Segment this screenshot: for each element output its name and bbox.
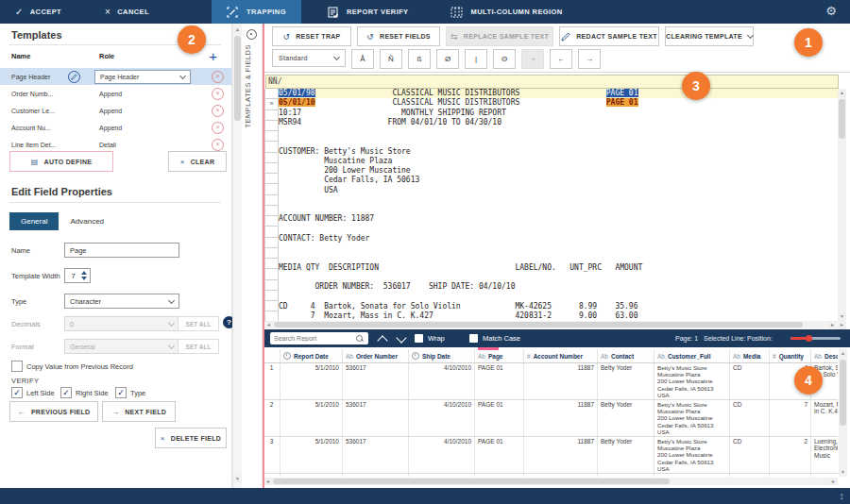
report-line[interactable]: 05/01/98 CLASSICAL MUSIC DISTRIBUTORS PA… (279, 89, 838, 98)
grid-col-header-description[interactable]: AbDescripti (811, 349, 838, 362)
special-char-button-0[interactable]: Å (351, 49, 374, 69)
grid-col-header-ship_date[interactable]: Ship Date (409, 349, 475, 362)
search-prev-icon[interactable] (377, 335, 387, 345)
report-line[interactable] (279, 244, 838, 253)
panel-resize-icon[interactable]: ↕ (840, 490, 845, 501)
remove-template-icon[interactable]: × (212, 71, 224, 83)
copy-value-checkbox[interactable]: Copy Value from Previous Record (11, 361, 133, 372)
report-line[interactable]: CONTACT: Betty Yoder (279, 234, 838, 244)
wrap-checkbox[interactable]: Wrap (415, 334, 445, 343)
slider-thumb-icon[interactable] (806, 335, 812, 342)
report-line[interactable] (279, 225, 838, 234)
role-select[interactable]: Page Header (94, 70, 191, 84)
grid-col-header-contact[interactable]: AbContact (598, 349, 654, 362)
verify-left-side-checkbox[interactable]: ✓ Left Side (11, 387, 55, 398)
clearing-template-dropdown[interactable]: CLEARING TEMPLATE (665, 26, 754, 46)
grid-col-header-report_date[interactable]: Report Date (280, 349, 343, 362)
clear-button[interactable]: × CLEAR (168, 151, 227, 172)
tab-general[interactable]: General (9, 212, 59, 230)
report-line[interactable] (279, 137, 838, 146)
grid-row[interactable]: 35/1/20105360174/10/2010PAGE 0111887Bett… (264, 437, 838, 474)
cancel-button[interactable]: × CANCEL (92, 0, 162, 24)
report-line[interactable] (279, 273, 838, 282)
scrollbar-thumb[interactable] (234, 36, 241, 121)
stepper-arrows-icon[interactable] (81, 271, 87, 280)
report-line[interactable]: Cedar Falls, IA 50613 (279, 176, 838, 185)
checkbox-icon[interactable] (469, 334, 478, 343)
next-field-button[interactable]: → NEXT FIELD (102, 401, 176, 422)
grid-col-header-media[interactable]: AbMedia (730, 349, 770, 362)
report-line[interactable]: 200 Lower Muscatine (279, 166, 838, 176)
remove-template-icon[interactable]: × (212, 88, 224, 100)
type-select[interactable]: Character (64, 294, 179, 309)
search-input-wrap[interactable] (270, 332, 368, 344)
edit-pencil-icon[interactable] (68, 71, 80, 83)
special-char-button-3[interactable]: Ø (436, 49, 459, 69)
report-line[interactable] (279, 292, 838, 301)
previous-field-button[interactable]: ← PREVIOUS FIELD (9, 401, 98, 422)
report-line[interactable]: CD 4 Bartok, Sonata for Solo Violin MK-4… (279, 302, 838, 311)
report-line[interactable]: MSR94 FROM 04/01/10 TO 04/30/10 (279, 118, 838, 127)
grid-row[interactable]: Betty's Music Store Muscatine Plaza (264, 474, 838, 477)
grid-col-header-account_number[interactable]: #Account Number (524, 349, 598, 362)
report-line[interactable] (279, 253, 838, 262)
remove-template-icon[interactable]: × (212, 122, 224, 134)
checkbox-checked-icon[interactable]: ✓ (115, 387, 127, 398)
template-row[interactable]: Account Nu...Append× (0, 119, 231, 136)
search-input[interactable] (270, 335, 356, 342)
special-char-button-4[interactable]: | (465, 49, 487, 69)
report-vscrollbar[interactable]: ▲ ▼ ► (838, 89, 846, 328)
grid-row[interactable]: 15/1/20105360174/10/2010PAGE 0111887Bett… (264, 363, 838, 400)
remove-template-icon[interactable]: × (212, 105, 224, 117)
report-line[interactable]: ORDER NUMBER: 536017 SHIP DATE: 04/10/10 (279, 282, 838, 292)
report-hscrollbar[interactable]: ◄ ► (264, 321, 837, 328)
add-template-icon[interactable]: + (209, 48, 217, 64)
report-line[interactable] (279, 127, 838, 137)
report-line[interactable]: ACCOUNT NUMBER: 11887 (279, 214, 838, 224)
left-panel-scrollbar[interactable]: ▲ ▼ (232, 24, 242, 488)
field-name-input[interactable] (64, 243, 179, 258)
tab-multi-column-region[interactable]: MULTI-COLUMN REGION (435, 0, 578, 24)
report-line[interactable]: 05/01/10 CLASSICAL MUSIC DISTRIBUTORS PA… (279, 98, 838, 108)
checkbox-checked-icon[interactable]: ✓ (60, 387, 72, 398)
report-line[interactable]: Muscatine Plaza (279, 157, 838, 166)
report-line[interactable]: CUSTOMER: Betty's Music Store (279, 147, 838, 157)
redact-sample-text-button[interactable]: REDACT SAMPLE TEXT (559, 26, 659, 46)
special-char-button-8[interactable]: → (578, 49, 601, 69)
trap-expression-line[interactable]: ÑÑ/ (265, 75, 839, 89)
report-line[interactable]: MEDIA QTY DESCRIPTION LABEL/NO. UNT_PRC … (279, 263, 838, 273)
report-line[interactable] (279, 195, 838, 205)
checkbox-checked-icon[interactable]: ✓ (11, 387, 23, 398)
templates-and-fields-tab[interactable]: TEMPLATES & FIELDS (244, 44, 252, 127)
delete-field-button[interactable]: × DELETE FIELD (155, 428, 227, 448)
special-char-button-1[interactable]: Ñ (380, 49, 402, 69)
template-row[interactable]: Customer Le...Append× (0, 102, 231, 119)
auto-define-button[interactable]: ▤ AUTO DEFINE (9, 151, 113, 172)
gutter-cell[interactable] (264, 311, 279, 321)
grid-col-header-quantity[interactable]: #Quantity (770, 349, 811, 362)
tab-advanced[interactable]: Advanced (59, 212, 115, 230)
accept-button[interactable]: ✓ ACCEPT (0, 0, 75, 24)
report-line[interactable]: USA (279, 186, 838, 195)
grid-vscrollbar[interactable]: ▲ ▼ (839, 349, 847, 477)
remove-template-icon[interactable]: × (212, 139, 224, 151)
scroll-up-icon[interactable]: ▲ (233, 25, 242, 34)
special-char-button-7[interactable]: ← (550, 49, 572, 69)
template-row[interactable]: Page HeaderPage Header× (0, 68, 231, 85)
grid-col-header-num[interactable] (264, 349, 280, 362)
scroll-down-icon[interactable]: ▼ (233, 475, 242, 483)
grid-col-header-order_number[interactable]: AbOrder Number (343, 349, 409, 362)
position-slider[interactable] (790, 337, 841, 340)
grid-row[interactable]: 25/1/20105360174/10/2010PAGE 0111887Bett… (264, 400, 838, 437)
report-line[interactable]: 10:17 MONTHLY SHIPPING REPORT (279, 109, 838, 118)
search-next-icon[interactable] (396, 332, 406, 343)
grid-col-header-page[interactable]: AbPage (475, 349, 524, 362)
checkbox-icon[interactable] (415, 334, 423, 343)
grid-hscrollbar[interactable]: ◄ ► (264, 478, 838, 485)
match-case-checkbox[interactable]: Match Case (469, 334, 520, 343)
reset-trap-button[interactable]: ↺ RESET TRAP (272, 26, 351, 46)
special-char-button-5[interactable]: Θ (493, 49, 516, 69)
special-char-button-2[interactable]: ß (408, 49, 431, 69)
report-line[interactable] (279, 205, 838, 214)
settings-gear-icon[interactable]: ⚙ (825, 4, 837, 18)
